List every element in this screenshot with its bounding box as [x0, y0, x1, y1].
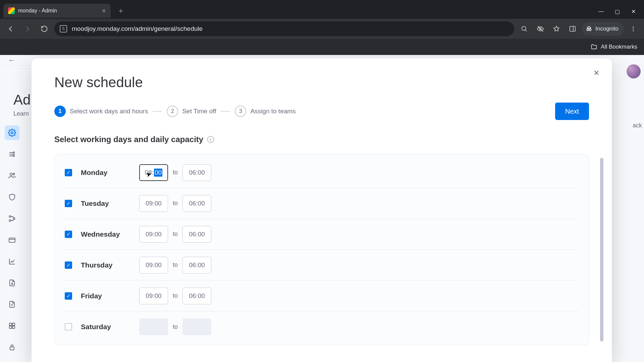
- step-3[interactable]: 3 Assign to teams: [235, 106, 296, 117]
- end-time-input-monday[interactable]: [182, 164, 211, 181]
- sidebar-item-billing[interactable]: [5, 233, 19, 247]
- bookmarks-bar: All Bookmarks: [0, 39, 644, 55]
- all-bookmarks-link[interactable]: All Bookmarks: [601, 44, 637, 50]
- step-separator: [221, 111, 230, 112]
- address-bar[interactable]: ⇅ moodjoy.monday.com/admin/general/sched…: [54, 21, 514, 36]
- sidebar-item-import[interactable]: [5, 276, 19, 290]
- step-1-badge: 1: [54, 106, 66, 117]
- day-row-saturday: ✓ Saturday to: [65, 311, 579, 342]
- svg-point-9: [13, 152, 14, 153]
- start-time-input-wednesday[interactable]: [139, 226, 168, 243]
- incognito-chip[interactable]: Incognito: [582, 22, 624, 36]
- folder-icon: [591, 44, 597, 50]
- step-3-badge: 3: [235, 106, 246, 117]
- svg-point-11: [10, 173, 12, 176]
- step-2-badge: 2: [167, 106, 178, 117]
- checkbox-thursday[interactable]: ✓: [65, 261, 72, 269]
- bg-admin-subtitle: Learn: [13, 110, 29, 117]
- checkbox-saturday[interactable]: ✓: [65, 323, 72, 330]
- day-row-monday: ✓ Monday 08:00 ➤ to: [65, 157, 579, 188]
- tab-close-icon[interactable]: ✕: [102, 8, 106, 14]
- start-hour: 08: [145, 169, 152, 176]
- maximize-icon[interactable]: ▢: [614, 8, 621, 15]
- close-window-icon[interactable]: ✕: [630, 8, 637, 15]
- info-icon[interactable]: i: [207, 136, 214, 143]
- modal-close-button[interactable]: ✕: [591, 68, 602, 78]
- tab-title: monday - Admin: [18, 8, 98, 14]
- checkbox-friday[interactable]: ✓: [65, 292, 72, 300]
- svg-point-14: [9, 220, 11, 222]
- end-time-input-tuesday[interactable]: [182, 195, 211, 212]
- step-1[interactable]: 1 Select work days and hours: [54, 106, 148, 117]
- time-group: 08:00 ➤ to: [139, 164, 211, 181]
- day-label: Wednesday: [81, 230, 131, 238]
- kebab-menu-icon[interactable]: [627, 22, 640, 36]
- site-settings-icon[interactable]: ⇅: [60, 25, 67, 33]
- page-viewport: ← Ad Learn ack: [0, 55, 644, 362]
- sidebar-item-stats[interactable]: [5, 254, 19, 269]
- end-time-input-saturday: [182, 318, 211, 335]
- svg-rect-16: [9, 238, 15, 242]
- bg-feedback-partial: ack: [633, 122, 642, 129]
- avatar[interactable]: [627, 64, 641, 78]
- bookmark-star-icon[interactable]: [550, 22, 563, 36]
- nav-back-icon[interactable]: [4, 22, 17, 36]
- svg-point-8: [11, 132, 13, 134]
- start-time-input-friday[interactable]: [139, 288, 168, 304]
- svg-point-0: [522, 26, 526, 31]
- step-3-label: Assign to teams: [250, 108, 296, 115]
- start-time-input-monday[interactable]: 08:00 ➤: [139, 164, 168, 181]
- sidebar-item-permissions[interactable]: [5, 340, 19, 355]
- eye-off-icon[interactable]: [534, 22, 547, 36]
- day-row-friday: ✓ Friday to: [65, 281, 579, 311]
- sidebar-item-api[interactable]: [5, 211, 19, 226]
- day-label: Saturday: [81, 323, 131, 331]
- start-time-input-tuesday[interactable]: [139, 195, 168, 212]
- browser-tab[interactable]: monday - Admin ✕: [3, 4, 111, 18]
- checkbox-monday[interactable]: ✓: [65, 169, 72, 176]
- modal-scrollbar[interactable]: [600, 158, 603, 342]
- day-label: Thursday: [81, 261, 131, 269]
- sidebar-item-general[interactable]: [5, 125, 19, 140]
- bg-back-icon[interactable]: ←: [8, 56, 15, 65]
- end-time-input-wednesday[interactable]: [182, 226, 211, 243]
- new-tab-button[interactable]: ＋: [115, 5, 126, 16]
- reload-icon[interactable]: [38, 22, 51, 36]
- step-2[interactable]: 2 Set Time off: [167, 106, 216, 117]
- start-time-input-thursday[interactable]: [139, 257, 168, 274]
- day-label: Monday: [81, 169, 131, 177]
- day-row-tuesday: ✓ Tuesday to: [65, 188, 579, 219]
- sidebar-item-security[interactable]: [5, 190, 19, 204]
- sidebar-item-users[interactable]: [5, 168, 19, 183]
- svg-point-10: [13, 155, 14, 157]
- svg-point-3: [587, 29, 589, 31]
- admin-sidebar: [5, 125, 25, 355]
- to-label: to: [173, 292, 178, 299]
- svg-rect-2: [570, 26, 576, 32]
- zoom-icon[interactable]: [518, 22, 531, 36]
- step-separator: [153, 111, 162, 112]
- svg-point-13: [9, 216, 11, 218]
- side-panel-icon[interactable]: [566, 22, 579, 36]
- incognito-icon: [585, 25, 593, 33]
- modal-title: New schedule: [54, 74, 589, 90]
- incognito-label: Incognito: [595, 25, 619, 32]
- tab-strip: monday - Admin ✕ ＋: [0, 3, 126, 19]
- end-time-input-friday[interactable]: [182, 288, 211, 304]
- checkbox-wednesday[interactable]: ✓: [65, 231, 72, 238]
- nav-forward-icon[interactable]: [21, 22, 34, 36]
- schedule-card: ✓ Monday 08:00 ➤ to ✓ Tuesday to: [54, 154, 589, 345]
- sidebar-item-apps[interactable]: [5, 318, 19, 333]
- step-1-label: Select work days and hours: [70, 108, 148, 115]
- next-button[interactable]: Next: [555, 103, 589, 120]
- end-time-input-thursday[interactable]: [182, 257, 211, 274]
- start-min-selected: 00: [154, 169, 162, 177]
- svg-point-5: [633, 26, 634, 27]
- sidebar-item-tidy[interactable]: [5, 297, 19, 312]
- day-row-wednesday: ✓ Wednesday to: [65, 219, 579, 250]
- bg-topright: [627, 64, 641, 78]
- sidebar-item-customization[interactable]: [5, 147, 19, 162]
- checkbox-tuesday[interactable]: ✓: [65, 200, 72, 207]
- browser-titlebar: monday - Admin ✕ ＋ — ▢ ✕: [0, 0, 644, 19]
- minimize-icon[interactable]: —: [598, 8, 604, 15]
